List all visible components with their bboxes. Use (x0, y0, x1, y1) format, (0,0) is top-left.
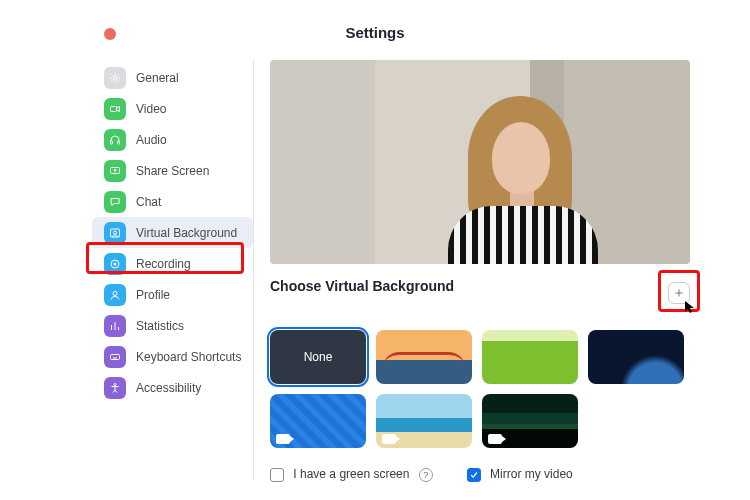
svg-point-9 (113, 291, 117, 295)
background-option-grass[interactable] (482, 330, 578, 384)
background-option-label: None (304, 350, 333, 364)
option-label: I have a green screen (293, 467, 409, 481)
keyboard-icon (104, 346, 126, 368)
sidebar-item-label: Share Screen (136, 164, 209, 178)
plus-icon (673, 287, 685, 299)
sidebar-item-keyboard-shortcuts[interactable]: Keyboard Shortcuts (92, 341, 253, 372)
checkbox-checked-icon (467, 468, 481, 482)
video-preview-person (440, 96, 600, 264)
sidebar-item-video[interactable]: Video (92, 93, 253, 124)
sidebar-item-label: Accessibility (136, 381, 201, 395)
background-option-beach[interactable] (376, 394, 472, 448)
video-preview (270, 60, 690, 264)
chat-icon (104, 191, 126, 213)
help-icon[interactable]: ? (419, 468, 433, 482)
sidebar-item-recording[interactable]: Recording (92, 248, 253, 279)
virtual-background-panel: Choose Virtual Background None I have a … (270, 60, 696, 490)
settings-window: Settings General Video Audio Share Scree… (0, 0, 750, 500)
sidebar-item-accessibility[interactable]: Accessibility (92, 372, 253, 403)
statistics-icon (104, 315, 126, 337)
sidebar-item-label: Audio (136, 133, 167, 147)
background-thumbnails: None (270, 330, 696, 448)
sidebar-item-virtual-background[interactable]: Virtual Background (92, 217, 253, 248)
sidebar-item-general[interactable]: General (92, 62, 253, 93)
checkbox-unchecked-icon (270, 468, 284, 482)
window-title: Settings (0, 24, 750, 41)
sidebar-item-share-screen[interactable]: Share Screen (92, 155, 253, 186)
section-title: Choose Virtual Background (270, 278, 696, 294)
sidebar-item-label: Virtual Background (136, 226, 237, 240)
profile-icon (104, 284, 126, 306)
video-badge-icon (382, 434, 396, 444)
sidebar-item-label: Statistics (136, 319, 184, 333)
video-badge-icon (488, 434, 502, 444)
background-option-golden-gate[interactable] (376, 330, 472, 384)
background-option-earth-space[interactable] (588, 330, 684, 384)
svg-rect-1 (111, 106, 117, 111)
sidebar-item-chat[interactable]: Chat (92, 186, 253, 217)
svg-rect-10 (111, 354, 120, 359)
share-screen-icon (104, 160, 126, 182)
cursor-icon (684, 300, 696, 317)
mirror-video-option[interactable]: Mirror my video (467, 467, 573, 482)
green-screen-option[interactable]: I have a green screen ? (270, 467, 433, 482)
recording-icon (104, 253, 126, 275)
video-badge-icon (276, 434, 290, 444)
sidebar-item-label: General (136, 71, 179, 85)
gear-icon (104, 67, 126, 89)
sidebar-item-label: Chat (136, 195, 161, 209)
settings-sidebar: General Video Audio Share Screen Chat Vi… (92, 60, 254, 480)
svg-rect-3 (118, 141, 120, 144)
svg-point-0 (113, 76, 117, 80)
sidebar-item-statistics[interactable]: Statistics (92, 310, 253, 341)
sidebar-item-label: Profile (136, 288, 170, 302)
sidebar-item-label: Recording (136, 257, 191, 271)
sidebar-item-label: Video (136, 102, 166, 116)
video-icon (104, 98, 126, 120)
svg-point-11 (114, 383, 116, 385)
sidebar-item-audio[interactable]: Audio (92, 124, 253, 155)
svg-rect-2 (111, 141, 113, 144)
background-option-aurora[interactable] (482, 394, 578, 448)
svg-rect-5 (111, 229, 120, 237)
svg-point-8 (114, 262, 117, 265)
background-option-none[interactable]: None (270, 330, 366, 384)
accessibility-icon (104, 377, 126, 399)
sidebar-item-label: Keyboard Shortcuts (136, 350, 241, 364)
virtual-background-icon (104, 222, 126, 244)
sidebar-item-profile[interactable]: Profile (92, 279, 253, 310)
options-row: I have a green screen ? Mirror my video (270, 467, 573, 482)
headphones-icon (104, 129, 126, 151)
svg-point-6 (114, 231, 117, 234)
option-label: Mirror my video (490, 467, 573, 481)
background-option-blue-pattern[interactable] (270, 394, 366, 448)
